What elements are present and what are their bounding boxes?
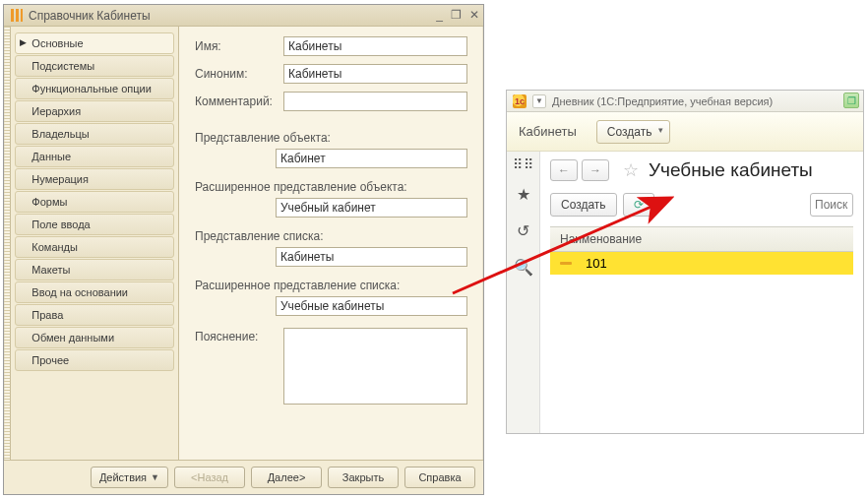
star-icon[interactable]: ★ <box>517 185 530 204</box>
label-list-repr: Представление списка: <box>195 229 467 243</box>
grip-handle[interactable] <box>4 27 11 460</box>
row-icon <box>560 262 572 265</box>
runtime-title: Дневник (1С:Предприятие, учебная версия) <box>552 95 773 107</box>
maximize-icon[interactable]: ❐ <box>843 93 859 108</box>
btn-label: Создать <box>561 198 606 212</box>
nav-item-hierarchy[interactable]: Иерархия <box>15 100 174 122</box>
breadcrumb[interactable]: Кабинеты <box>519 124 577 139</box>
btn-label: Действия <box>99 471 147 483</box>
designer-titlebar: Справочник Кабинеты _ ❐ ✕ <box>4 5 483 27</box>
runtime-content: ← → ☆ Учебные кабинеты Создать ⟳ Наимено… <box>540 152 863 433</box>
input-list-repr[interactable] <box>276 247 467 267</box>
nav-item-rights[interactable]: Права <box>15 304 174 326</box>
dialpad-icon[interactable]: ⠿⠿ <box>513 161 534 167</box>
nav-label: Команды <box>31 241 78 253</box>
nav-item-funcoptions[interactable]: Функциональные опции <box>15 78 174 99</box>
back-button: <Назад <box>174 467 245 488</box>
nav-item-forms[interactable]: Формы <box>15 191 174 213</box>
close-icon[interactable]: ✕ <box>469 8 479 22</box>
restore-icon[interactable]: ❐ <box>451 8 462 22</box>
nav-item-owners[interactable]: Владельцы <box>15 123 174 145</box>
input-obj-repr-ext[interactable] <box>276 198 467 218</box>
nav-label: Функциональные опции <box>31 83 151 94</box>
label-explanation: Пояснение: <box>195 328 276 343</box>
nav-label: Данные <box>31 151 71 162</box>
history-icon[interactable]: ↺ <box>517 221 529 240</box>
nav-forward-button[interactable]: → <box>582 159 609 181</box>
nav-label: Иерархия <box>31 105 81 117</box>
nav-item-main[interactable]: Основные <box>15 32 174 54</box>
help-button[interactable]: Справка <box>404 467 475 488</box>
search-input-wrap[interactable] <box>810 193 853 217</box>
runtime-titlebar: 1c ▼ Дневник (1С:Предприятие, учебная ве… <box>507 91 863 112</box>
refresh-icon: ⟳ <box>634 198 644 212</box>
chevron-down-icon: ▼ <box>151 472 159 482</box>
runtime-window: 1c ▼ Дневник (1С:Предприятие, учебная ве… <box>506 90 864 434</box>
search-input[interactable] <box>811 198 852 212</box>
close-button[interactable]: Закрыть <box>328 467 399 488</box>
btn-label: Справка <box>418 471 461 483</box>
input-name[interactable] <box>283 36 467 56</box>
nav-label: Подсистемы <box>31 60 94 72</box>
btn-label: <Назад <box>191 471 228 483</box>
label-obj-repr-ext: Расширенное представление объекта: <box>195 180 467 194</box>
nav-label: Нумерация <box>31 173 89 185</box>
next-button[interactable]: Далее> <box>251 467 322 488</box>
input-obj-repr[interactable] <box>276 149 467 168</box>
search-icon[interactable]: 🔍 <box>514 258 533 277</box>
nav-item-numbering[interactable]: Нумерация <box>15 168 174 190</box>
nav-label: Владельцы <box>31 128 89 140</box>
designer-body: Основные Подсистемы Функциональные опции… <box>4 27 483 460</box>
runtime-toolbar: Кабинеты Создать <box>507 112 863 152</box>
cell-name: 101 <box>586 256 607 271</box>
label-list-repr-ext: Расширенное представление списка: <box>195 279 467 292</box>
designer-footer: Действия▼ <Назад Далее> Закрыть Справка <box>4 460 483 494</box>
label-obj-repr: Представление объекта: <box>195 131 467 145</box>
label-name: Имя: <box>195 39 276 53</box>
nav-label: Макеты <box>31 264 70 276</box>
nav-label: Ввод на основании <box>31 286 128 298</box>
nav-back-button[interactable]: ← <box>550 159 578 181</box>
actions-button[interactable]: Действия▼ <box>91 467 168 488</box>
nav-label: Основные <box>31 37 83 49</box>
grid-header[interactable]: Наименование <box>550 227 853 252</box>
nav-item-data[interactable]: Данные <box>15 146 174 167</box>
page-title: Учебные кабинеты <box>649 159 813 181</box>
nav-item-templates[interactable]: Макеты <box>15 259 174 281</box>
runtime-nav: ← → ☆ Учебные кабинеты <box>550 159 853 181</box>
runtime-sidebar: ⠿⠿ ★ ↺ 🔍 <box>507 152 540 433</box>
btn-label: Закрыть <box>342 471 384 483</box>
col-label: Наименование <box>560 232 642 246</box>
runtime-main: ⠿⠿ ★ ↺ 🔍 ← → ☆ Учебные кабинеты Создать … <box>507 152 863 433</box>
create-button[interactable]: Создать <box>596 120 671 144</box>
nav-label: Поле ввода <box>31 218 90 230</box>
nav-item-commands[interactable]: Команды <box>15 236 174 258</box>
favorite-icon[interactable]: ☆ <box>623 159 639 181</box>
grid: Наименование 101 <box>550 226 853 275</box>
nav-label: Формы <box>31 196 67 208</box>
app-icon <box>10 9 23 22</box>
table-row[interactable]: 101 <box>550 252 853 275</box>
label-synonym: Синоним: <box>195 67 276 81</box>
runtime-actions: Создать ⟳ <box>550 193 853 217</box>
designer-title: Справочник Кабинеты <box>29 9 151 23</box>
form-area: Имя: Синоним: Комментарий: Представление… <box>179 27 483 460</box>
nav-item-other[interactable]: Прочее <box>15 349 174 371</box>
nav-label: Прочее <box>31 354 69 366</box>
create-item-button[interactable]: Создать <box>550 193 617 217</box>
nav-item-exchange[interactable]: Обмен данными <box>15 327 174 348</box>
nav-item-subsystems[interactable]: Подсистемы <box>15 55 174 77</box>
dropdown-icon[interactable]: ▼ <box>532 94 546 108</box>
nav-item-inputbased[interactable]: Ввод на основании <box>15 281 174 303</box>
label-comment: Комментарий: <box>195 94 276 108</box>
designer-window: Справочник Кабинеты _ ❐ ✕ Основные Подси… <box>3 4 484 495</box>
logo-icon: 1c <box>513 94 527 108</box>
input-list-repr-ext[interactable] <box>276 296 467 316</box>
input-comment[interactable] <box>283 92 467 111</box>
minimize-icon[interactable]: _ <box>436 8 443 22</box>
input-explanation[interactable] <box>283 328 467 405</box>
nav-item-inputfield[interactable]: Поле ввода <box>15 214 174 235</box>
refresh-button[interactable]: ⟳ <box>623 193 654 217</box>
input-synonym[interactable] <box>283 64 467 84</box>
nav-panel: Основные Подсистемы Функциональные опции… <box>11 27 179 460</box>
